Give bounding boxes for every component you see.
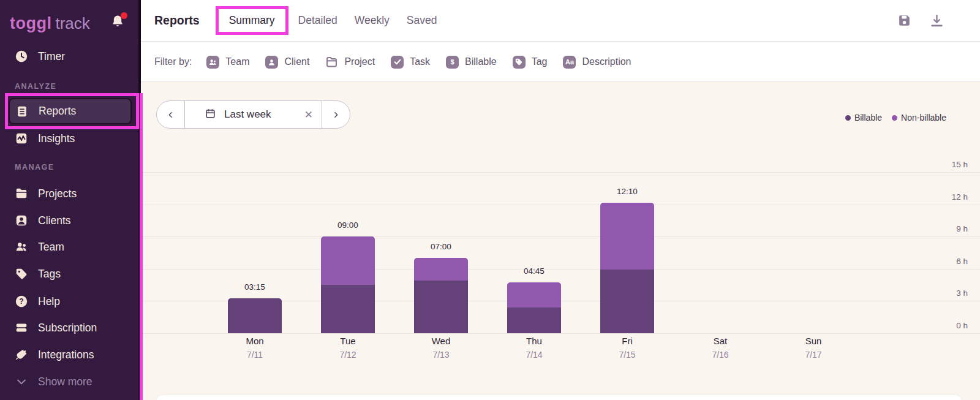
save-icon[interactable] <box>897 13 912 28</box>
sidebar-section-analyze: ANALYZE <box>15 82 56 91</box>
filter-chip-billable[interactable]: $ Billable <box>446 56 497 69</box>
filter-chip-client[interactable]: Client <box>265 56 309 69</box>
date-range-selector[interactable]: Last week ✕ <box>185 101 322 128</box>
toggl-track-logo[interactable]: toggl track <box>10 12 90 34</box>
sidebar-item-label: Reports <box>39 105 76 118</box>
tab-saved[interactable]: Saved <box>407 14 437 27</box>
insights-icon <box>15 132 28 145</box>
filter-chip-label: Client <box>284 56 309 67</box>
filter-chip-description[interactable]: Aa Description <box>563 56 631 69</box>
x-axis-day-label: Mon <box>208 336 301 346</box>
sidebar-item-clients[interactable]: Clients <box>0 209 138 232</box>
folder-icon <box>15 187 28 200</box>
bar-total-label: 03:15 <box>228 282 282 292</box>
sidebar-item-label: Timer <box>38 50 65 63</box>
bar-segment-non-billable[interactable] <box>321 236 375 285</box>
filter-chip-label: Billable <box>465 56 497 67</box>
bar-total-label: 04:45 <box>507 266 561 276</box>
sidebar-item-team[interactable]: Team <box>0 236 138 258</box>
page-title: Reports <box>154 13 200 28</box>
y-axis-tick-label: 3 h <box>956 289 968 298</box>
x-axis-day-label: Sun <box>767 336 860 346</box>
sidebar-item-label: Integrations <box>38 349 94 361</box>
sidebar-item-timer[interactable]: Timer <box>0 45 138 67</box>
sidebar-item-show-more[interactable]: Show more <box>0 371 138 393</box>
chevron-down-icon <box>15 375 28 388</box>
grid-line <box>141 172 980 173</box>
bell-icon <box>110 21 125 31</box>
client-badge-icon <box>265 56 278 69</box>
notifications-bell-button[interactable] <box>110 13 126 31</box>
bar-segment-billable[interactable] <box>228 298 282 333</box>
main-area: Reports Summary Detailed Weekly Saved Fi… <box>141 0 980 400</box>
bar-segment-non-billable[interactable] <box>507 282 561 308</box>
x-axis-date-label: 7/13 <box>394 350 488 360</box>
bar-segment-non-billable[interactable] <box>414 258 468 281</box>
y-axis-tick-label: 6 h <box>956 257 968 266</box>
tab-weekly[interactable]: Weekly <box>355 14 390 27</box>
clock-icon <box>15 50 28 63</box>
sidebar-item-label: Show more <box>38 375 92 388</box>
sidebar-item-label: Tags <box>38 268 61 281</box>
date-range-picker: Last week ✕ <box>156 100 350 129</box>
sidebar-item-help[interactable]: ? Help <box>0 290 138 312</box>
task-badge-icon <box>391 56 404 69</box>
billable-badge-icon: $ <box>446 56 459 69</box>
grid-line <box>141 205 980 205</box>
bar-segment-billable[interactable] <box>507 308 561 333</box>
x-axis-date-label: 7/14 <box>488 350 581 360</box>
tag-badge-icon <box>513 56 526 69</box>
reports-header: Reports Summary Detailed Weekly Saved <box>141 0 980 42</box>
y-axis-tick-label: 15 h <box>952 160 968 169</box>
logo-text-secondary: track <box>55 14 89 33</box>
bar-segment-billable[interactable] <box>600 270 654 333</box>
reports-icon <box>15 105 29 118</box>
x-axis-date-label: 7/16 <box>674 350 767 360</box>
bar-total-label: 09:00 <box>321 221 375 230</box>
filter-chip-label: Team <box>225 56 249 67</box>
calendar-icon <box>205 108 216 122</box>
filter-chip-label: Project <box>344 56 375 67</box>
x-axis-date-label: 7/15 <box>581 350 674 360</box>
tag-icon <box>15 267 28 281</box>
sidebar-item-projects[interactable]: Projects <box>0 183 138 205</box>
previous-period-button[interactable] <box>157 101 185 128</box>
next-period-button[interactable] <box>322 101 350 128</box>
bar-total-label: 12:10 <box>600 187 654 196</box>
filter-chip-project[interactable]: Project <box>325 56 375 69</box>
filter-chip-tag[interactable]: Tag <box>513 56 548 69</box>
date-range-value: Last week <box>224 108 271 121</box>
svg-text:?: ? <box>19 297 23 306</box>
sidebar-item-integrations[interactable]: Integrations <box>0 344 138 366</box>
filter-chip-task[interactable]: Task <box>391 56 430 69</box>
filter-by-label: Filter by: <box>154 56 192 67</box>
download-icon[interactable] <box>929 13 944 28</box>
report-content: Last week ✕ Billable Non-billable 0 h3 h… <box>141 82 980 400</box>
help-icon: ? <box>15 295 28 308</box>
sidebar-item-tags[interactable]: Tags <box>0 263 138 285</box>
summary-table-card <box>156 395 962 400</box>
tab-summary[interactable]: Summary <box>216 6 288 35</box>
x-axis-day-label: Thu <box>488 336 581 346</box>
client-icon <box>15 214 28 227</box>
bar-segment-non-billable[interactable] <box>600 203 654 270</box>
notification-badge <box>121 12 127 19</box>
filter-chip-team[interactable]: Team <box>206 56 249 69</box>
bar-segment-billable[interactable] <box>414 281 468 333</box>
sidebar-item-insights[interactable]: Insights <box>0 127 138 149</box>
sidebar-item-subscription[interactable]: Subscription <box>0 317 138 339</box>
grid-line <box>141 236 980 237</box>
bar-segment-billable[interactable] <box>321 285 375 333</box>
filter-chip-label: Description <box>582 56 631 67</box>
grid-line <box>141 333 980 334</box>
logo-text-primary: toggl <box>10 14 51 33</box>
sidebar-item-label: Clients <box>38 214 71 227</box>
sidebar-item-label: Team <box>38 241 64 254</box>
sidebar-item-reports[interactable]: Reports <box>9 98 132 124</box>
summary-chart: 0 h3 h6 h9 h12 h15 h03:15Mon7/1109:00Tue… <box>141 82 980 400</box>
filter-bar: Filter by: Team Client Project Task <box>141 42 980 82</box>
sidebar-item-label: Projects <box>38 187 77 200</box>
clear-date-icon[interactable]: ✕ <box>304 110 313 120</box>
tab-detailed[interactable]: Detailed <box>298 14 337 27</box>
team-icon <box>15 240 28 254</box>
